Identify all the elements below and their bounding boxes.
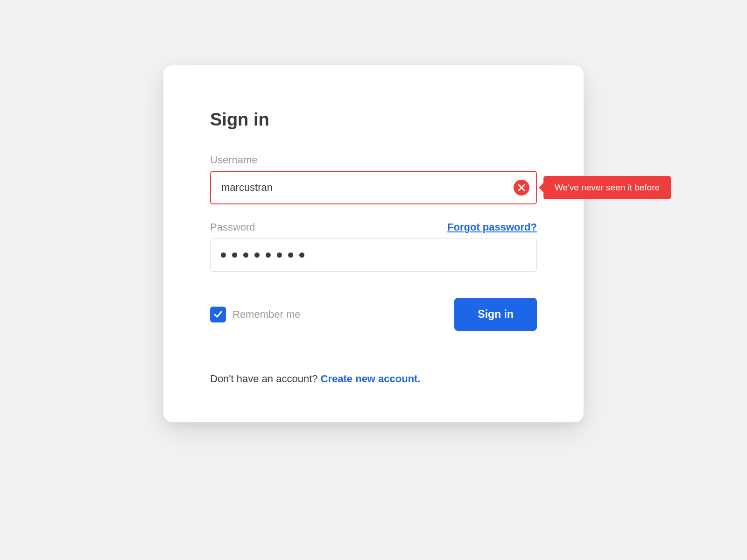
signin-card: Sign in Username We've never seen it bef… — [163, 65, 584, 422]
page-title: Sign in — [210, 110, 537, 130]
password-dot — [232, 252, 237, 258]
actions-row: Remember me Sign in — [210, 298, 537, 331]
password-dot — [288, 252, 293, 258]
password-dot — [299, 252, 304, 258]
checkbox-checked-icon — [210, 307, 226, 322]
username-error-tooltip: We've never seen it before — [543, 176, 671, 199]
error-x-icon — [514, 180, 529, 196]
password-dot — [254, 252, 260, 258]
signup-prompt: Don't have an account? — [210, 373, 321, 385]
signin-button[interactable]: Sign in — [454, 298, 537, 331]
remember-me-label: Remember me — [233, 308, 300, 321]
username-input-wrapper: We've never seen it before — [210, 171, 537, 204]
forgot-password-link[interactable]: Forgot password? — [447, 221, 537, 233]
remember-me-checkbox[interactable]: Remember me — [210, 307, 300, 322]
password-dot — [221, 252, 226, 258]
username-input[interactable] — [210, 171, 537, 204]
create-account-link[interactable]: Create new account. — [321, 373, 421, 385]
password-input[interactable] — [210, 238, 537, 272]
password-dot — [277, 252, 282, 258]
password-dot — [266, 252, 271, 258]
password-field-group: Password Forgot password? — [210, 221, 537, 272]
username-label: Username — [210, 154, 257, 166]
password-label: Password — [210, 221, 255, 233]
signup-footer: Don't have an account? Create new accoun… — [210, 373, 537, 385]
username-field-group: Username We've never seen it before — [210, 154, 537, 204]
password-dot — [243, 252, 248, 258]
